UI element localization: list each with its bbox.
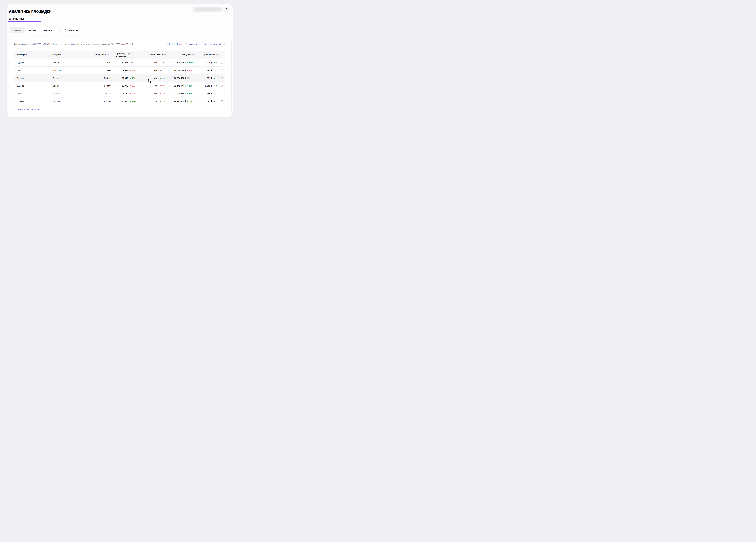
table-card: Данные за период с 03.02.2025 по 09.02.2… [9, 38, 232, 113]
sellers-with-orders-value: 13 345 [111, 62, 128, 64]
change-up-badge: 26% [187, 93, 192, 95]
category-cell: Одежда [17, 100, 52, 102]
tab-niche-analysis[interactable]: Анализ ниш [9, 16, 24, 21]
triangle-up-icon [187, 62, 188, 63]
monopolization-value: 5% [140, 62, 157, 64]
column-header-category[interactable]: Категория [17, 54, 52, 56]
avg-check-value: 4 928 ₽ [197, 61, 212, 64]
external-link-icon [220, 69, 223, 72]
redacted-account-info [193, 7, 223, 12]
controls-row: Неделя Месяц Квартал Фильтры [9, 26, 81, 34]
avg-check-change: 9 [212, 85, 218, 87]
open-external-button[interactable] [220, 61, 223, 64]
segment-quarter[interactable]: Квартал [39, 27, 55, 33]
table-settings-label: Настроить таблицу [208, 43, 225, 45]
change-up-badge: 1% [130, 77, 135, 79]
sellers-with-orders-value: 6 159 [111, 92, 128, 95]
segment-month[interactable]: Месяц [25, 27, 39, 33]
tabstrip: Анализ ниш [9, 16, 230, 21]
table-row[interactable]: Обувь Кроссовки 14 850 8 986 5% 6% 0% 28… [14, 67, 225, 74]
sort-arrow-icon[interactable]: ↑ [130, 53, 131, 55]
column-header-sellers-with-orders[interactable]: Продавцы ? ↑ с заказами [111, 52, 140, 57]
change-up-badge: 11% [160, 100, 165, 102]
table-row[interactable]: Одежда Куртки 23 426 13 345 0% 5% 1% 32 … [14, 59, 225, 67]
download-circle-icon [186, 43, 188, 45]
revenue-change: 461% [186, 61, 197, 64]
page-title: Аналитика площадки [9, 9, 51, 14]
triangle-up-icon [130, 101, 131, 102]
avg-check-value: 1 879 ₽ [197, 77, 212, 79]
filters-button[interactable]: Фильтры [61, 26, 81, 34]
change-neutral-badge: 0% [130, 62, 133, 64]
column-header-avg-check[interactable]: Средний чек ? [197, 54, 218, 56]
refresh-button[interactable] [224, 7, 229, 12]
change-up-badge: 9 [214, 85, 217, 87]
triangle-up-icon [160, 78, 161, 79]
revenue-value: 20 973 764 ₽ [169, 100, 186, 102]
blurred-text [195, 8, 221, 11]
open-external-button[interactable] [220, 69, 223, 72]
open-external-button[interactable] [220, 92, 223, 95]
triangle-down-icon [130, 93, 131, 94]
external-link-icon [220, 77, 223, 79]
create-excel-button[interactable]: Создать Excel [166, 43, 182, 45]
avg-check-change [212, 100, 218, 102]
table-row[interactable]: Обувь Ботинки 9 322 6 159 3% 5% 14% 22 0… [14, 90, 225, 97]
change-up-badge [214, 78, 215, 79]
column-header-monopolization[interactable]: Монополизация ? ↑ [140, 54, 169, 56]
sellers-with-orders-change: 0% [128, 62, 140, 64]
column-header-subject[interactable]: Предмет [52, 54, 82, 56]
active-tab-underline [8, 21, 41, 22]
monopolization-value: 7% [140, 100, 157, 102]
filters-label: Фильтры [68, 29, 78, 31]
period-note: Данные за период с 03.02.2025 по 09.02.2… [13, 43, 133, 45]
avg-check-value: 2 501 ₽ [197, 100, 212, 102]
table-settings-button[interactable]: Настроить таблицу [204, 43, 225, 45]
show-more-link[interactable]: Показать ещё категории [17, 108, 40, 110]
sellers-with-orders-change: 5% [128, 69, 140, 72]
monopolization-change: 8% [157, 85, 169, 87]
sort-arrow-icon[interactable]: ↑ [167, 54, 168, 56]
sellers-value: 9 322 [82, 92, 111, 95]
column-header-revenue[interactable]: Выручка ? ↑ [169, 54, 197, 56]
table-row[interactable]: Одежда Платья 53 812 31 312 1% 4% 20% 26… [14, 74, 225, 82]
triangle-up-icon [187, 85, 188, 86]
category-cell: Одежда [17, 62, 52, 64]
change-down-badge: 5% [130, 69, 135, 72]
table-row[interactable]: Одежда Костюмы 43 716 23 036 18% 7% 11% … [14, 97, 225, 105]
chevron-down-icon [198, 43, 200, 45]
header-actions [193, 7, 229, 12]
sliders-icon [64, 29, 66, 31]
triangle-down-icon [160, 85, 161, 86]
monopolization-change: 0% [157, 69, 169, 72]
open-external-button[interactable] [220, 77, 223, 79]
help-icon[interactable]: ? [191, 54, 193, 56]
help-icon[interactable]: ? [216, 54, 218, 56]
sellers-with-orders-value: 31 312 [111, 77, 128, 79]
column-header-sellers[interactable]: Продавцы ? ↑ [82, 54, 111, 56]
downloads-button[interactable]: Загрузки [186, 43, 200, 45]
help-icon[interactable]: ? [164, 54, 166, 56]
change-down-badge: 41% [187, 69, 192, 72]
table-body: Одежда Куртки 23 426 13 345 0% 5% 1% 32 … [14, 59, 225, 105]
open-external-button[interactable] [220, 100, 223, 102]
show-more-row: Показать ещё категории [17, 105, 40, 113]
triangle-down-icon [130, 70, 131, 71]
sticky-column-divider [88, 51, 88, 59]
triangle-up-icon [214, 78, 215, 79]
table-toolbar: Данные за период с 03.02.2025 по 09.02.2… [13, 38, 225, 51]
category-cell: Одежда [17, 77, 52, 79]
sellers-value: 35 659 [82, 85, 111, 87]
avg-check-value: 1 792 ₽ [197, 85, 212, 87]
sort-arrow-icon-active[interactable]: ↑ [194, 54, 195, 56]
help-icon[interactable]: ? [107, 54, 109, 56]
external-link-icon [220, 100, 223, 102]
sellers-with-orders-value: 23 036 [111, 100, 128, 102]
sellers-value: 53 812 [82, 77, 111, 79]
open-external-button[interactable] [220, 85, 223, 87]
table-row[interactable]: Одежда Брюки 35 659 22 073 6% 4% 8% 23 1… [14, 82, 225, 90]
change-up-badge: 461% [187, 62, 194, 64]
help-icon[interactable]: ? [127, 52, 129, 55]
segment-week[interactable]: Неделя [10, 27, 25, 33]
downloads-label: Загрузки [189, 43, 197, 45]
